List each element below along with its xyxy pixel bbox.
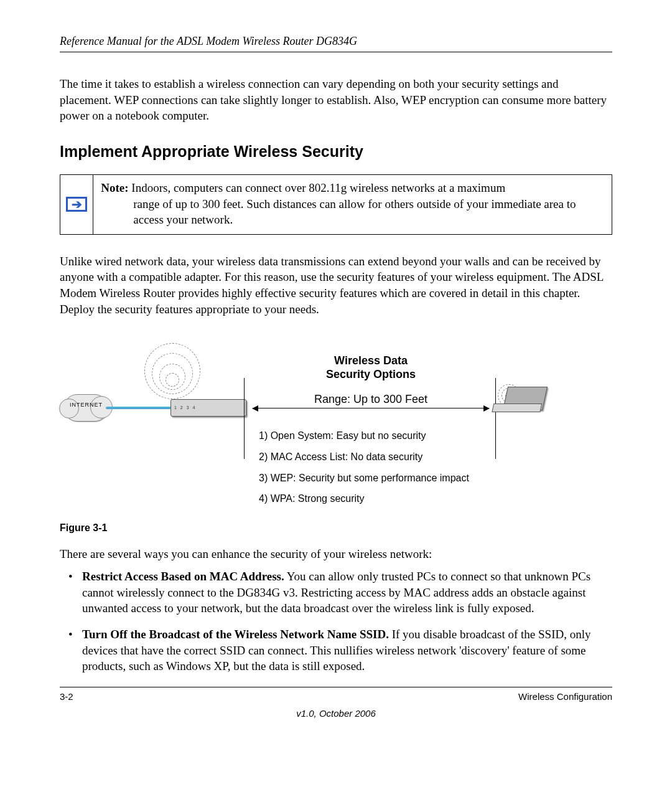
figure-title-l1: Wireless Data [334, 354, 408, 367]
note-line1: Indoors, computers can connect over 802.… [129, 181, 506, 194]
figure-range-label: Range: Up to 300 Feet [296, 393, 446, 406]
note-callout: ➔ Note: Indoors, computers can connect o… [60, 174, 612, 235]
figure-option: 3) WEP: Security but some performance im… [259, 468, 469, 489]
note-icon-cell: ➔ [60, 175, 93, 234]
cloud-icon [63, 394, 108, 422]
list-item: Turn Off the Broadcast of the Wireless N… [60, 626, 612, 674]
figure-option: 2) MAC Access List: No data security [259, 446, 469, 468]
range-marker-right [495, 378, 496, 459]
page-footer: 3-2 Wireless Configuration [60, 687, 612, 702]
double-arrow-icon [253, 408, 489, 408]
range-marker-left [244, 378, 245, 459]
wireless-signal-icon [141, 336, 215, 392]
arrow-right-icon: ➔ [66, 197, 87, 212]
figure-caption: Figure 3-1 [60, 522, 612, 534]
section-heading: Implement Appropriate Wireless Security [60, 143, 612, 161]
running-header: Reference Manual for the ADSL Modem Wire… [60, 35, 612, 52]
cable-icon [106, 407, 172, 409]
router-ports-label: 1 2 3 4 [174, 405, 196, 410]
laptop-icon [503, 387, 548, 410]
note-rest: range of up to 300 feet. Such distances … [101, 196, 604, 228]
figure-title: Wireless Data Security Options [296, 354, 446, 381]
page-number: 3-2 [60, 691, 73, 702]
figure-options-list: 1) Open System: Easy but no security 2) … [259, 425, 469, 509]
figure-option: 4) WPA: Strong security [259, 488, 469, 509]
figure-diagram: INTERNET 1 2 3 4 Wireless Data Security … [60, 336, 612, 516]
list-item-title: Turn Off the Broadcast of the Wireless N… [82, 628, 389, 641]
paragraph-body: Unlike wired network data, your wireless… [60, 253, 612, 318]
bullet-list: Restrict Access Based on MAC Address. Yo… [60, 569, 612, 674]
figure-title-l2: Security Options [326, 368, 416, 380]
document-page: Reference Manual for the ADSL Modem Wire… [0, 0, 672, 743]
list-item-title: Restrict Access Based on MAC Address. [82, 570, 284, 583]
figure-option: 1) Open System: Easy but no security [259, 425, 469, 446]
section-name: Wireless Configuration [518, 691, 612, 702]
internet-label: INTERNET [70, 402, 103, 408]
note-label: Note: [101, 181, 128, 194]
note-text: Note: Indoors, computers can connect ove… [93, 175, 612, 234]
bullet-lead: There are several ways you can enhance t… [60, 546, 612, 562]
list-item: Restrict Access Based on MAC Address. Yo… [60, 569, 612, 616]
paragraph-intro: The time it takes to establish a wireles… [60, 76, 612, 124]
version-line: v1.0, October 2006 [60, 708, 612, 719]
